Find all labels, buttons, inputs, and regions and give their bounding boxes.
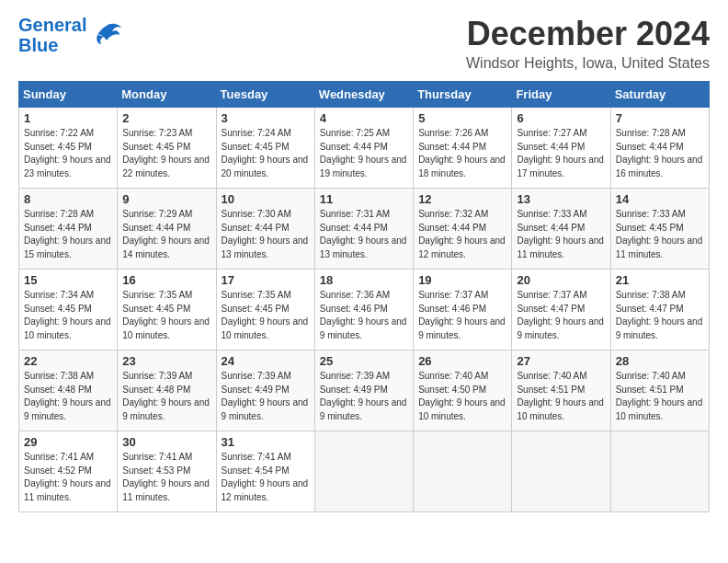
- calendar-cell: 9Sunrise: 7:29 AMSunset: 4:44 PMDaylight…: [118, 189, 216, 270]
- calendar-cell: 18Sunrise: 7:36 AMSunset: 4:46 PMDayligh…: [314, 270, 413, 350]
- day-number: 13: [517, 192, 605, 206]
- weekday-header-friday: Friday: [512, 82, 610, 108]
- day-info: Sunrise: 7:38 AMSunset: 4:48 PMDaylight:…: [24, 370, 112, 423]
- day-number: 8: [24, 192, 112, 206]
- day-info: Sunrise: 7:33 AMSunset: 4:44 PMDaylight:…: [517, 208, 605, 261]
- day-info: Sunrise: 7:35 AMSunset: 4:45 PMDaylight:…: [122, 289, 210, 342]
- day-info: Sunrise: 7:36 AMSunset: 4:46 PMDaylight:…: [320, 289, 408, 342]
- day-number: 4: [320, 111, 408, 125]
- weekday-header-monday: Monday: [118, 82, 216, 108]
- calendar-cell: 29Sunrise: 7:41 AMSunset: 4:52 PMDayligh…: [19, 431, 118, 512]
- calendar-cell: 28Sunrise: 7:40 AMSunset: 4:51 PMDayligh…: [610, 350, 709, 431]
- logo-bird-icon: [90, 18, 123, 52]
- day-info: Sunrise: 7:35 AMSunset: 4:45 PMDaylight:…: [222, 289, 310, 342]
- calendar-cell: 5Sunrise: 7:26 AMSunset: 4:44 PMDaylight…: [414, 108, 512, 189]
- month-title: December 2024: [466, 15, 710, 53]
- day-number: 12: [418, 192, 506, 206]
- day-number: 2: [122, 111, 210, 125]
- calendar-cell: 10Sunrise: 7:30 AMSunset: 4:44 PMDayligh…: [216, 189, 314, 270]
- day-info: Sunrise: 7:27 AMSunset: 4:44 PMDaylight:…: [517, 127, 605, 180]
- day-number: 26: [418, 354, 506, 368]
- logo-blue: Blue: [18, 35, 86, 55]
- calendar-cell: 27Sunrise: 7:40 AMSunset: 4:51 PMDayligh…: [512, 350, 610, 431]
- calendar-cell: 12Sunrise: 7:32 AMSunset: 4:44 PMDayligh…: [414, 189, 512, 270]
- weekday-header-row: SundayMondayTuesdayWednesdayThursdayFrid…: [19, 82, 710, 108]
- day-number: 9: [122, 192, 210, 206]
- day-number: 18: [320, 273, 408, 287]
- day-info: Sunrise: 7:22 AMSunset: 4:45 PMDaylight:…: [24, 127, 112, 180]
- weekday-header-saturday: Saturday: [610, 82, 709, 108]
- day-number: 14: [616, 192, 704, 206]
- day-number: 17: [222, 273, 310, 287]
- day-number: 16: [122, 273, 210, 287]
- calendar-cell: 24Sunrise: 7:39 AMSunset: 4:49 PMDayligh…: [216, 350, 314, 431]
- day-number: 15: [24, 273, 112, 287]
- day-number: 19: [418, 273, 506, 287]
- calendar-cell: 30Sunrise: 7:41 AMSunset: 4:53 PMDayligh…: [118, 431, 216, 512]
- day-info: Sunrise: 7:32 AMSunset: 4:44 PMDaylight:…: [418, 208, 506, 261]
- header: General Blue December 2024 Windsor Heigh…: [18, 15, 710, 72]
- calendar-cell: 8Sunrise: 7:28 AMSunset: 4:44 PMDaylight…: [19, 189, 118, 270]
- week-row-1: 1Sunrise: 7:22 AMSunset: 4:45 PMDaylight…: [19, 108, 710, 189]
- day-info: Sunrise: 7:41 AMSunset: 4:52 PMDaylight:…: [24, 451, 112, 504]
- calendar-table: SundayMondayTuesdayWednesdayThursdayFrid…: [18, 81, 710, 512]
- day-number: 10: [222, 192, 310, 206]
- day-info: Sunrise: 7:40 AMSunset: 4:51 PMDaylight:…: [517, 370, 605, 423]
- day-info: Sunrise: 7:40 AMSunset: 4:51 PMDaylight:…: [616, 370, 704, 423]
- day-number: 3: [222, 111, 310, 125]
- day-number: 25: [320, 354, 408, 368]
- calendar-cell: 31Sunrise: 7:41 AMSunset: 4:54 PMDayligh…: [216, 431, 314, 512]
- day-number: 5: [418, 111, 506, 125]
- day-info: Sunrise: 7:26 AMSunset: 4:44 PMDaylight:…: [418, 127, 506, 180]
- title-section: December 2024 Windsor Heights, Iowa, Uni…: [466, 15, 710, 72]
- day-info: Sunrise: 7:23 AMSunset: 4:45 PMDaylight:…: [122, 127, 210, 180]
- day-info: Sunrise: 7:30 AMSunset: 4:44 PMDaylight:…: [222, 208, 310, 261]
- calendar-cell: 16Sunrise: 7:35 AMSunset: 4:45 PMDayligh…: [118, 270, 216, 350]
- day-number: 29: [24, 435, 112, 449]
- day-info: Sunrise: 7:39 AMSunset: 4:48 PMDaylight:…: [122, 370, 210, 423]
- day-number: 30: [122, 435, 210, 449]
- calendar-cell: 25Sunrise: 7:39 AMSunset: 4:49 PMDayligh…: [314, 350, 413, 431]
- day-info: Sunrise: 7:24 AMSunset: 4:45 PMDaylight:…: [222, 127, 310, 180]
- day-info: Sunrise: 7:38 AMSunset: 4:47 PMDaylight:…: [616, 289, 704, 342]
- calendar-cell: 15Sunrise: 7:34 AMSunset: 4:45 PMDayligh…: [19, 270, 118, 350]
- day-number: 24: [222, 354, 310, 368]
- calendar-cell: [512, 431, 610, 512]
- day-info: Sunrise: 7:37 AMSunset: 4:47 PMDaylight:…: [517, 289, 605, 342]
- day-info: Sunrise: 7:41 AMSunset: 4:54 PMDaylight:…: [222, 451, 310, 504]
- weekday-header-thursday: Thursday: [414, 82, 512, 108]
- calendar-cell: 26Sunrise: 7:40 AMSunset: 4:50 PMDayligh…: [414, 350, 512, 431]
- week-row-3: 15Sunrise: 7:34 AMSunset: 4:45 PMDayligh…: [19, 270, 710, 350]
- day-info: Sunrise: 7:37 AMSunset: 4:46 PMDaylight:…: [418, 289, 506, 342]
- weekday-header-wednesday: Wednesday: [314, 82, 413, 108]
- calendar-cell: [314, 431, 413, 512]
- day-info: Sunrise: 7:40 AMSunset: 4:50 PMDaylight:…: [418, 370, 506, 423]
- day-number: 6: [517, 111, 605, 125]
- calendar-cell: [610, 431, 709, 512]
- calendar-cell: 23Sunrise: 7:39 AMSunset: 4:48 PMDayligh…: [118, 350, 216, 431]
- calendar-cell: 21Sunrise: 7:38 AMSunset: 4:47 PMDayligh…: [610, 270, 709, 350]
- calendar-cell: 1Sunrise: 7:22 AMSunset: 4:45 PMDaylight…: [19, 108, 118, 189]
- day-info: Sunrise: 7:39 AMSunset: 4:49 PMDaylight:…: [320, 370, 408, 423]
- calendar-cell: [414, 431, 512, 512]
- day-number: 23: [122, 354, 210, 368]
- day-number: 31: [222, 435, 310, 449]
- day-number: 27: [517, 354, 605, 368]
- calendar-cell: 17Sunrise: 7:35 AMSunset: 4:45 PMDayligh…: [216, 270, 314, 350]
- weekday-header-tuesday: Tuesday: [216, 82, 314, 108]
- day-info: Sunrise: 7:34 AMSunset: 4:45 PMDaylight:…: [24, 289, 112, 342]
- weekday-header-sunday: Sunday: [19, 82, 118, 108]
- week-row-2: 8Sunrise: 7:28 AMSunset: 4:44 PMDaylight…: [19, 189, 710, 270]
- day-number: 11: [320, 192, 408, 206]
- calendar-cell: 19Sunrise: 7:37 AMSunset: 4:46 PMDayligh…: [414, 270, 512, 350]
- calendar-cell: 20Sunrise: 7:37 AMSunset: 4:47 PMDayligh…: [512, 270, 610, 350]
- day-info: Sunrise: 7:29 AMSunset: 4:44 PMDaylight:…: [122, 208, 210, 261]
- location-title: Windsor Heights, Iowa, United States: [466, 55, 710, 72]
- day-info: Sunrise: 7:33 AMSunset: 4:45 PMDaylight:…: [616, 208, 704, 261]
- calendar-cell: 22Sunrise: 7:38 AMSunset: 4:48 PMDayligh…: [19, 350, 118, 431]
- calendar-cell: 13Sunrise: 7:33 AMSunset: 4:44 PMDayligh…: [512, 189, 610, 270]
- day-info: Sunrise: 7:31 AMSunset: 4:44 PMDaylight:…: [320, 208, 408, 261]
- day-info: Sunrise: 7:39 AMSunset: 4:49 PMDaylight:…: [222, 370, 310, 423]
- day-info: Sunrise: 7:25 AMSunset: 4:44 PMDaylight:…: [320, 127, 408, 180]
- day-number: 7: [616, 111, 704, 125]
